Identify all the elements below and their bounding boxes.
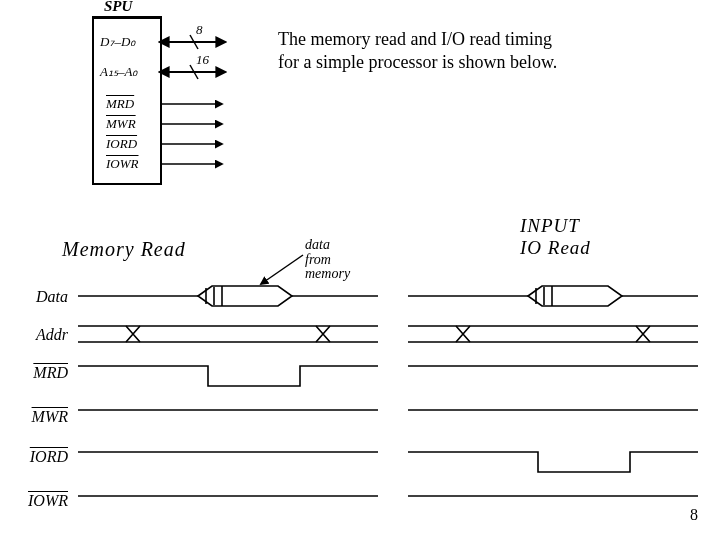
signal-data-label: Data bbox=[8, 288, 68, 306]
caption-line2: for a simple processor is shown below. bbox=[278, 52, 557, 72]
section-memory-read: Memory Read bbox=[62, 238, 186, 261]
signal-mwr-label: MWR bbox=[8, 408, 68, 426]
signal-mrd-label: MRD bbox=[8, 364, 68, 382]
bus-width-data: 8 bbox=[196, 22, 203, 38]
section-io-read: INPUT IO Read bbox=[520, 215, 591, 259]
bus-width-addr: 16 bbox=[196, 52, 209, 68]
caption-line1: The memory read and I/O read timing bbox=[278, 29, 552, 49]
spu-pin-arrows bbox=[0, 0, 260, 200]
signal-iord-label: IORD bbox=[8, 448, 68, 466]
signal-addr-label: Addr bbox=[8, 326, 68, 344]
caption-text: The memory read and I/O read timing for … bbox=[278, 28, 638, 75]
timing-diagram bbox=[78, 280, 718, 530]
signal-iowr-label: IOWR bbox=[8, 492, 68, 510]
page-number: 8 bbox=[690, 506, 698, 524]
